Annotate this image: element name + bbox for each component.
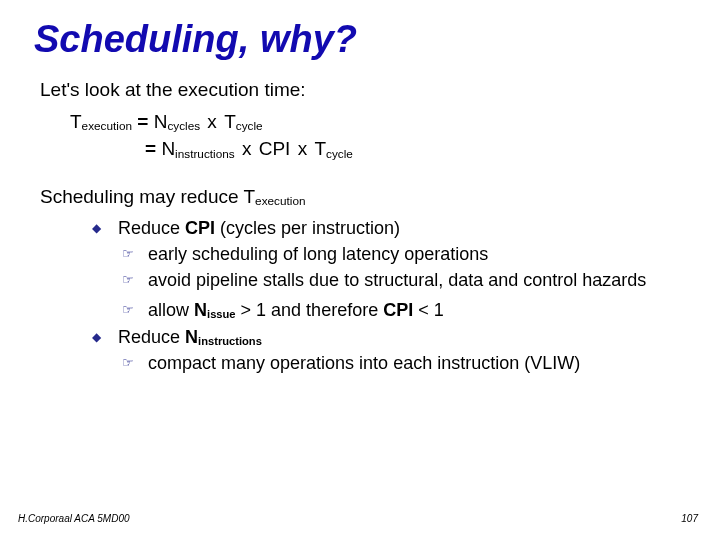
footer: H.Corporaal ACA 5MD00 107 [18,513,698,524]
eq2-T2: T [314,138,326,159]
para2: Scheduling may reduce Texecution [40,184,690,210]
subbullet-early-scheduling: early scheduling of long latency operati… [122,242,690,266]
eq1-T-sub: execution [82,119,132,132]
eq1-T2: T [224,111,236,132]
slide-body: Let's look at the execution time: Texecu… [40,77,690,375]
b1-b: CPI [185,218,215,238]
bullet-list: Reduce CPI (cycles per instruction) earl… [92,216,690,376]
b1-3-N: N [194,300,207,320]
b2-N: N [185,327,198,347]
page-number: 107 [681,513,698,524]
footer-left: H.Corporaal ACA 5MD00 [18,513,130,524]
eq2-N: N [161,138,175,159]
eq2-T2-sub: cycle [326,147,353,160]
slide-title: Scheduling, why? [34,18,690,61]
b1-3-CPI: CPI [383,300,413,320]
b1-3-c: < 1 [413,300,444,320]
eq1-x1: x [202,111,222,132]
bullet-reduce-cpi: Reduce CPI (cycles per instruction) [92,216,690,240]
para2-text: Scheduling may reduce [40,186,244,207]
eq2-x1: x [237,138,257,159]
para2-T-sub: execution [255,194,305,207]
b2-N-sub: instructions [198,335,262,347]
eq1-N: N [154,111,168,132]
equation-line-1: Texecution = Ncycles x Tcycle [70,109,690,135]
bullet-reduce-ninstr: Reduce Ninstructions [92,325,690,349]
eq2-indent: = Ninstructions x CPI x Tcycle [145,138,353,159]
subbullet-allow-nissue: allow Nissue > 1 and therefore CPI < 1 [122,298,690,322]
eq2-x2: x [292,138,312,159]
eq1-equals: = [132,111,154,132]
b1-3-N-sub: issue [207,308,236,320]
para2-T: T [244,186,256,207]
eq2-equals: = [145,138,161,159]
subbullet-compact-ops: compact many operations into each instru… [122,351,690,375]
eq1-T2-sub: cycle [236,119,263,132]
subbullet-avoid-stalls: avoid pipeline stalls due to structural,… [122,268,690,292]
eq1-T: T [70,111,82,132]
equation-line-2: = Ninstructions x CPI x Tcycle [70,136,690,162]
b1-3-b: > 1 and therefore [236,300,384,320]
intro-text: Let's look at the execution time: [40,77,690,103]
slide: Scheduling, why? Let's look at the execu… [0,0,720,540]
eq1-N-sub: cycles [167,119,200,132]
eq2-N-sub: instructions [175,147,235,160]
b2-a: Reduce [118,327,185,347]
b1-c: (cycles per instruction) [215,218,400,238]
b1-a: Reduce [118,218,185,238]
b1-3-a: allow [148,300,194,320]
eq2-CPI: CPI [259,138,291,159]
